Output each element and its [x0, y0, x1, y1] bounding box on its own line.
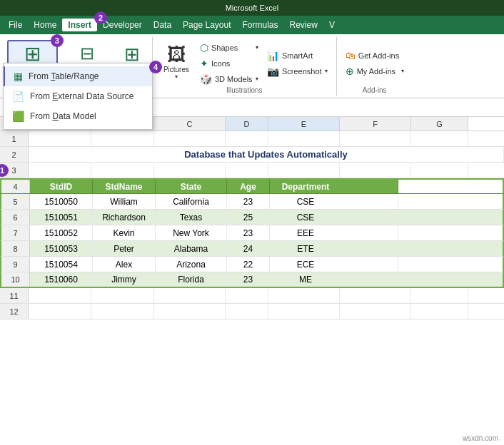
r10-stdid[interactable]: 1510060 [30, 272, 93, 287]
r5-g[interactable] [341, 194, 398, 209]
r6-g[interactable] [341, 210, 398, 225]
r10-g[interactable] [341, 272, 398, 287]
r8-stdid[interactable]: 1510053 [30, 241, 93, 256]
r11-e[interactable] [268, 288, 340, 303]
r9-dept[interactable]: ECE [270, 257, 341, 272]
r12-c[interactable] [154, 304, 226, 319]
r7-age[interactable]: 23 [227, 225, 270, 240]
r5-stdname[interactable]: William [93, 194, 156, 209]
r6-stdname[interactable]: Richardson [93, 210, 156, 225]
r7-stdid[interactable]: 1510052 [30, 225, 93, 240]
r10-age[interactable]: 23 [227, 272, 270, 287]
r7-g[interactable] [341, 225, 398, 240]
row-7: 7 1510052 Kevin New York 23 EEE [0, 225, 504, 241]
r5-age[interactable]: 23 [227, 194, 270, 209]
row-3-b[interactable] [91, 163, 154, 178]
from-external-item[interactable]: 📄 From External Data Source [4, 86, 152, 106]
r12-e[interactable] [268, 304, 340, 319]
watermark: wsxdn.com [463, 434, 498, 442]
menu-item-data[interactable]: Data [148, 19, 177, 31]
r11-g[interactable] [411, 288, 468, 303]
r10-state[interactable]: Florida [156, 272, 227, 287]
from-table-item[interactable]: ▦ From Table/Range 4 [4, 66, 152, 86]
row-9-num: 9 [1, 257, 30, 272]
get-addins-icon: 🛍 [346, 50, 356, 61]
header-department[interactable]: Department [270, 180, 341, 193]
r10-dept[interactable]: ME [270, 272, 341, 287]
row-12-num: 12 [0, 304, 29, 319]
r12-f[interactable] [340, 304, 411, 319]
r8-stdname[interactable]: Peter [93, 241, 156, 256]
r12-b[interactable] [91, 304, 154, 319]
row-3-c[interactable] [154, 163, 226, 178]
menu-item-more[interactable]: V [323, 19, 341, 31]
header-stdid[interactable]: StdID [30, 180, 93, 193]
r8-state[interactable]: Alabama [156, 241, 227, 256]
row-1-e[interactable] [268, 131, 340, 146]
row-3-e[interactable] [268, 163, 340, 178]
from-table-icon: ▦ [14, 71, 23, 82]
r8-g[interactable] [341, 241, 398, 256]
menu-item-page-layout[interactable]: Page Layout [177, 19, 236, 31]
menu-item-insert[interactable]: Insert 2 [62, 19, 97, 31]
r12-g[interactable] [411, 304, 468, 319]
r6-stdid[interactable]: 1510051 [30, 210, 93, 225]
row-4-g[interactable] [341, 180, 398, 193]
addins-label: Add-ins [343, 86, 407, 96]
r9-state[interactable]: Arizona [156, 257, 227, 272]
r5-stdid[interactable]: 1510050 [30, 194, 93, 209]
col-header-f: F [340, 117, 411, 131]
header-state[interactable]: State [156, 180, 227, 193]
r11-c[interactable] [154, 288, 226, 303]
r5-state[interactable]: California [156, 194, 227, 209]
from-external-label: From External Data Source [30, 91, 133, 101]
r5-dept[interactable]: CSE [270, 194, 341, 209]
r7-dept[interactable]: EEE [270, 225, 341, 240]
row-3-a[interactable] [29, 163, 91, 178]
header-stdname[interactable]: StdName [93, 180, 156, 193]
row-1-a[interactable] [29, 131, 91, 146]
r10-stdname[interactable]: Jimmy [93, 272, 156, 287]
shapes-button[interactable]: ⬡ Shapes ▾ [197, 41, 261, 55]
r12-a[interactable] [29, 304, 91, 319]
menu-item-review[interactable]: Review [284, 19, 323, 31]
r7-state[interactable]: New York [156, 225, 227, 240]
my-addins-button[interactable]: ⊕ My Add-ins ▾ [343, 64, 407, 78]
r9-stdname[interactable]: Alex [93, 257, 156, 272]
3d-models-button[interactable]: 🎲 3D Models ▾ [197, 72, 261, 86]
smartart-button[interactable]: 📊 SmartArt [264, 48, 331, 63]
r8-dept[interactable]: ETE [270, 241, 341, 256]
row-1-f[interactable] [340, 131, 411, 146]
r11-d[interactable] [226, 288, 268, 303]
r11-a[interactable] [29, 288, 91, 303]
r6-dept[interactable]: CSE [270, 210, 341, 225]
menu-item-formulas[interactable]: Formulas [237, 19, 284, 31]
pictures-button[interactable]: 🖼 Pictures ▾ [158, 40, 194, 83]
from-data-model-item[interactable]: 🟩 From Data Model [4, 106, 152, 126]
r9-age[interactable]: 22 [227, 257, 270, 272]
row-3-g[interactable] [411, 163, 468, 178]
row-1-b[interactable] [91, 131, 154, 146]
row-2-num: 2 [0, 147, 29, 162]
r11-f[interactable] [340, 288, 411, 303]
r12-d[interactable] [226, 304, 268, 319]
r9-stdid[interactable]: 1510054 [30, 257, 93, 272]
row-1-d[interactable] [226, 131, 268, 146]
menu-item-file[interactable]: File [3, 19, 28, 31]
get-addins-button[interactable]: 🛍 Get Add-ins [343, 48, 407, 63]
r7-stdname[interactable]: Kevin [93, 225, 156, 240]
r6-age[interactable]: 25 [227, 210, 270, 225]
icons-button[interactable]: ✦ Icons [197, 56, 261, 71]
row-3-f[interactable] [340, 163, 411, 178]
r11-b[interactable] [91, 288, 154, 303]
row-1-c[interactable] [154, 131, 226, 146]
row-3-d[interactable] [226, 163, 268, 178]
r6-state[interactable]: Texas [156, 210, 227, 225]
row-1-g[interactable] [411, 131, 468, 146]
r8-age[interactable]: 24 [227, 241, 270, 256]
r9-g[interactable] [341, 257, 398, 272]
menu-item-home[interactable]: Home [28, 19, 62, 31]
header-age[interactable]: Age [227, 180, 270, 193]
my-addins-label: My Add-ins [357, 67, 395, 76]
screenshot-button[interactable]: 📷 Screenshot ▾ [264, 64, 331, 78]
